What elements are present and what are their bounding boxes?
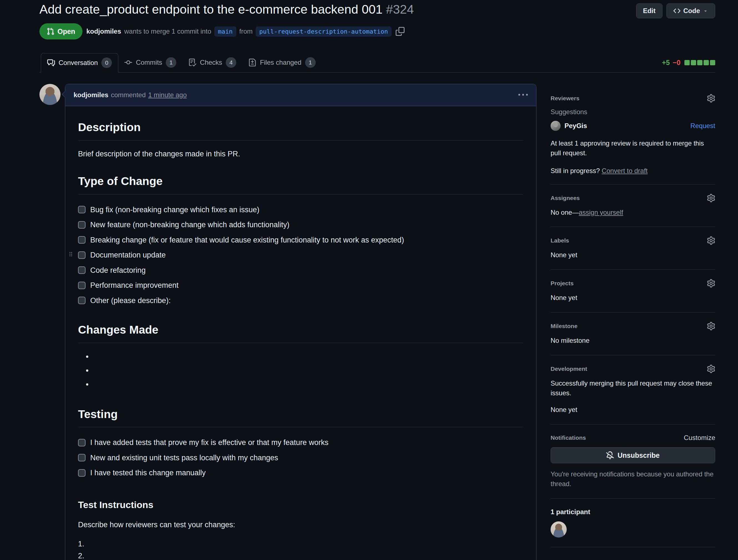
drag-handle-icon[interactable] (67, 251, 74, 258)
checkbox[interactable] (78, 206, 85, 213)
comment-timestamp-link[interactable]: 1 minute ago (148, 91, 187, 99)
task-item: New and existing unit tests pass locally… (78, 450, 523, 466)
gear-icon[interactable] (707, 236, 715, 245)
base-branch-label[interactable]: main (214, 26, 236, 37)
pr-page: Add create_product endpoint to the e-com… (0, 0, 738, 560)
sidebar-section-development: Development Successfully merging this pu… (550, 365, 715, 425)
task-item: Bug fix (non-breaking change which fixes… (78, 202, 523, 218)
task-label: I have tested this change manually (90, 467, 206, 479)
projects-empty-state: None yet (550, 293, 715, 303)
checkbox[interactable] (78, 266, 85, 274)
sidebar-section-milestone: Milestone No milestone (550, 322, 715, 355)
reviewer-name-link[interactable]: PeyGis (565, 122, 587, 130)
diff-block (710, 60, 715, 65)
unsubscribe-label: Unsubscribe (618, 452, 659, 460)
header-actions: Edit Code (636, 3, 715, 18)
file-diff-icon (249, 59, 256, 66)
task-label: Documentation update (90, 249, 166, 261)
comment-header: kodjomiles commented 1 minute ago (65, 84, 536, 106)
tab-conversation[interactable]: Conversation 0 (41, 53, 118, 72)
avatar[interactable] (39, 84, 60, 105)
unsubscribe-button[interactable]: Unsubscribe (550, 447, 715, 463)
task-item: Documentation update (78, 248, 523, 263)
chevron-down-icon (703, 8, 708, 14)
bell-slash-icon (606, 452, 614, 459)
development-note: Successfully merging this pull request m… (550, 378, 715, 398)
task-item: Performance improvement (78, 278, 523, 293)
step-number: 2. (78, 552, 84, 560)
diff-block (704, 60, 709, 65)
gear-icon[interactable] (707, 322, 715, 330)
kebab-menu-icon[interactable] (518, 90, 528, 100)
sidebar-section-labels: Labels None yet (550, 236, 715, 270)
checkbox[interactable] (78, 439, 85, 447)
task-item: I have added tests that prove my fix is … (78, 435, 523, 450)
checklist-icon (189, 59, 196, 66)
pr-author-link[interactable]: kodjomiles (86, 27, 121, 35)
checkbox[interactable] (78, 297, 85, 304)
code-icon (673, 7, 681, 14)
step-number: 1. (78, 540, 84, 548)
task-label: Performance improvement (90, 280, 178, 291)
task-label: I have added tests that prove my fix is … (90, 437, 328, 448)
edit-button[interactable]: Edit (636, 3, 663, 18)
diff-block (691, 60, 696, 65)
comment-author-link[interactable]: kodjomiles (74, 91, 108, 99)
diff-additions: +5 (662, 59, 670, 67)
avatar[interactable] (550, 121, 561, 131)
test-steps-list: 1. 2. 3. (78, 538, 523, 560)
milestone-empty-state: No milestone (550, 336, 715, 345)
avatar[interactable] (550, 521, 567, 538)
checkbox[interactable] (78, 236, 85, 244)
tab-label: Commits (136, 59, 162, 66)
development-empty-state: None yet (550, 405, 715, 415)
tab-checks[interactable]: Checks 4 (182, 53, 243, 72)
customize-link[interactable]: Customize (684, 434, 715, 442)
request-review-link[interactable]: Request (691, 122, 715, 130)
pull-request-icon (47, 27, 54, 35)
gear-icon[interactable] (707, 279, 715, 287)
page-title: Add create_product endpoint to the e-com… (39, 2, 636, 17)
comment-action-text: commented (111, 91, 145, 99)
milestone-title: Milestone (550, 323, 578, 329)
code-button[interactable]: Code (666, 3, 715, 18)
checkbox[interactable] (78, 221, 85, 229)
task-item: I have tested this change manually (78, 465, 523, 481)
type-of-change-list: Bug fix (non-breaking change which fixes… (78, 202, 523, 308)
gear-icon[interactable] (707, 94, 715, 102)
head-branch-label[interactable]: pull-request-description-automation (256, 26, 392, 37)
suggested-reviewer-row: PeyGis Request (550, 121, 715, 131)
open-status-badge: Open (39, 23, 82, 39)
assignees-title: Assignees (550, 195, 580, 201)
tab-counter: 1 (166, 57, 176, 68)
convert-to-draft-link[interactable]: Convert to draft (602, 167, 648, 175)
tab-label: Checks (200, 59, 222, 66)
checkbox[interactable] (78, 251, 85, 259)
task-label: Code refactoring (90, 265, 146, 276)
tab-commits[interactable]: Commits 1 (118, 53, 182, 72)
checkbox[interactable] (78, 282, 85, 289)
task-label: New and existing unit tests pass locally… (90, 452, 278, 464)
checkbox[interactable] (78, 454, 85, 462)
tab-counter: 1 (305, 57, 316, 68)
gear-icon[interactable] (707, 365, 715, 373)
reviewers-title: Reviewers (550, 95, 580, 102)
checkbox[interactable] (78, 469, 85, 477)
assignees-empty-state: No one—assign yourself (550, 208, 715, 218)
pr-header: Add create_product endpoint to the e-com… (39, 2, 715, 18)
task-item: Other (please describe): (78, 293, 523, 308)
copy-icon[interactable] (396, 27, 405, 36)
changes-made-list (78, 351, 523, 392)
tab-files-changed[interactable]: Files changed 1 (243, 53, 322, 72)
assign-yourself-link[interactable]: assign yourself (579, 209, 623, 216)
task-label: New feature (non-breaking change which a… (90, 219, 289, 231)
sidebar-section-projects: Projects None yet (550, 279, 715, 312)
tab-counter: 0 (101, 57, 112, 68)
task-item: New feature (non-breaking change which a… (78, 217, 523, 233)
step-item: 1. (78, 538, 523, 550)
convert-to-draft-line: Still in progress? Convert to draft (550, 167, 715, 175)
task-label: Other (please describe): (90, 295, 171, 306)
task-item: Code refactoring (78, 263, 523, 278)
comment-discussion-icon (47, 59, 55, 67)
gear-icon[interactable] (707, 194, 715, 202)
